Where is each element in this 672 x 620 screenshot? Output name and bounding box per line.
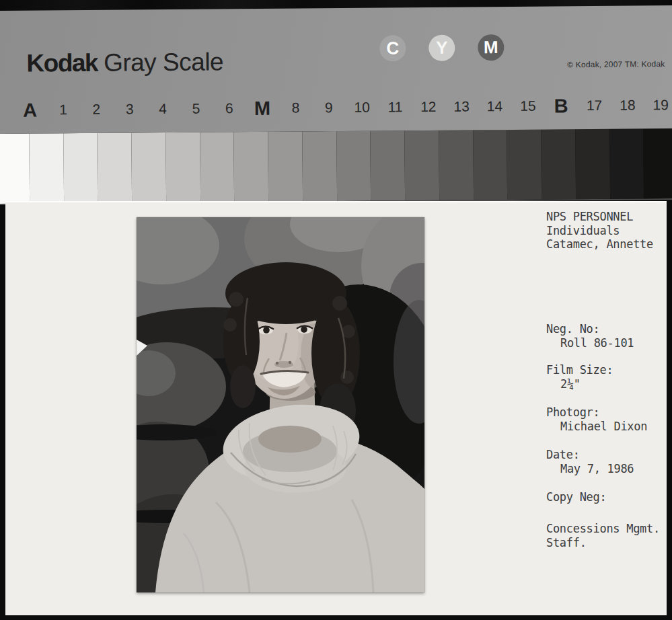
gray-step-2	[29, 133, 64, 203]
record-header: NPS PERSONNEL Individuals Catamec, Annet…	[546, 210, 653, 251]
scale-label-4: 4	[146, 93, 180, 125]
gray-scale-card: KodakGray Scale CYM © Kodak, 2007 TM: Ko…	[0, 5, 672, 134]
scale-label-5: 5	[180, 92, 213, 124]
kodak-gray-scale-strip: KodakGray Scale CYM © Kodak, 2007 TM: Ko…	[0, 5, 672, 205]
scale-label-15: 15	[511, 90, 545, 122]
gray-scale-steps	[0, 128, 672, 205]
gray-step-6	[165, 132, 200, 202]
footer-line: Staff.	[546, 536, 660, 550]
scanned-archive-record: KodakGray Scale CYM © Kodak, 2007 TM: Ko…	[0, 0, 672, 620]
record-subcategory: Individuals	[546, 224, 653, 238]
scale-label-b: B	[544, 89, 578, 122]
gray-step-12	[371, 130, 406, 200]
scale-label-9: 9	[312, 91, 346, 124]
field-label: Date:	[546, 448, 634, 462]
gray-step-14	[439, 130, 474, 200]
field-value: 2¼"	[546, 377, 613, 391]
field-label: Copy Neg:	[546, 490, 606, 504]
scale-label-11: 11	[379, 91, 412, 123]
field-film-size: Film Size: 2¼"	[546, 363, 613, 391]
gray-step-7	[200, 132, 235, 202]
gray-step-16	[507, 130, 542, 200]
scale-label-18: 18	[611, 89, 644, 121]
field-value: May 7, 1986	[546, 462, 634, 476]
scale-label-10: 10	[345, 91, 379, 124]
gray-step-10	[302, 131, 337, 201]
kodak-gray-scale-title: KodakGray Scale	[26, 48, 223, 77]
gray-step-5	[131, 132, 166, 202]
scale-label-6: 6	[213, 92, 246, 124]
scale-label-13: 13	[445, 90, 478, 122]
field-label: Film Size:	[546, 363, 613, 377]
gray-step-13	[404, 130, 439, 200]
gray-step-18	[575, 129, 610, 199]
record-footer: Concessions Mgmt. Staff.	[546, 522, 660, 549]
scale-label-17: 17	[578, 89, 611, 122]
scale-label-8: 8	[279, 91, 313, 124]
kodak-wordmark: Kodak	[26, 49, 98, 77]
gray-step-15	[473, 130, 508, 200]
gray-step-3	[63, 133, 98, 203]
field-label: Neg. No:	[546, 322, 634, 336]
record-card: NPS PERSONNEL Individuals Catamec, Annet…	[5, 201, 667, 615]
cym-badge-m: M	[478, 34, 504, 61]
field-photographer: Photogr: Michael Dixon	[546, 405, 647, 433]
gray-step-9	[268, 131, 303, 201]
scale-label-1: 1	[46, 93, 80, 126]
gray-scale-label: Gray Scale	[104, 48, 223, 76]
scale-label-3: 3	[113, 93, 147, 125]
gray-scale-index-row: A123456M89101112131415B171819	[13, 89, 672, 126]
field-copy-neg: Copy Neg:	[546, 490, 606, 504]
field-neg-no: Neg. No: Roll 86-101	[546, 322, 634, 350]
field-label: Photogr:	[546, 405, 647, 420]
cym-badge-y: Y	[428, 35, 455, 61]
scale-label-m: M	[246, 92, 279, 124]
gray-step-19	[609, 128, 644, 198]
gray-step-1	[0, 134, 30, 204]
field-date: Date: May 7, 1986	[546, 448, 634, 475]
record-category: NPS PERSONNEL	[546, 210, 653, 224]
field-value: Michael Dixon	[546, 420, 647, 434]
portrait-photo	[137, 217, 424, 592]
gray-step-11	[336, 131, 371, 201]
gray-step-8	[234, 132, 269, 202]
cym-badge-c: C	[379, 35, 406, 61]
gray-step-20	[644, 128, 672, 198]
scale-label-19: 19	[644, 89, 672, 121]
scale-label-a: A	[13, 93, 47, 126]
footer-line: Concessions Mgmt.	[546, 522, 660, 536]
field-value: Roll 86-101	[546, 336, 634, 350]
record-subject-name: Catamec, Annette	[546, 237, 653, 251]
kodak-copyright-text: © Kodak, 2007 TM: Kodak	[567, 59, 665, 69]
scale-label-14: 14	[478, 90, 512, 122]
gray-step-17	[541, 129, 576, 199]
gray-step-4	[98, 132, 133, 202]
cym-badges: CYM	[379, 34, 504, 61]
scale-label-2: 2	[80, 93, 114, 126]
scale-label-12: 12	[412, 91, 445, 123]
